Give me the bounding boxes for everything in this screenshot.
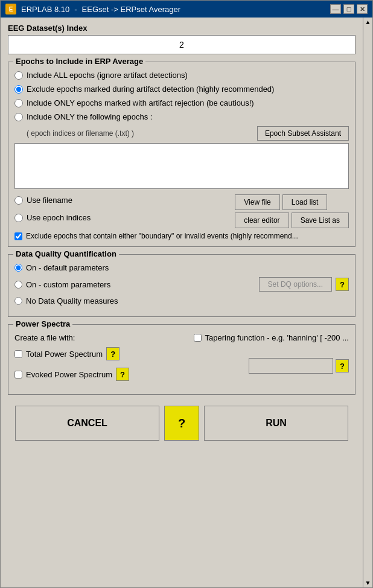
epoch-option-1-radio[interactable] [14,71,23,80]
dq-option-2-row: On - custom parameters Set DQ options...… [14,277,349,292]
dq-option-2-label: On - custom parameters [26,280,110,289]
clear-editor-button[interactable]: clear editor [235,213,289,228]
epoch-option-3-label: Include ONLY epochs marked with artifact… [27,98,254,107]
dq-right-controls: Set DQ options... ? [259,277,349,292]
use-epoch-indices-label: Use epoch indices [27,213,91,222]
epoch-option-2-label: Exclude epochs marked during artifact de… [27,85,274,94]
epochs-section: Epochs to Include in ERP Average Include… [8,62,355,247]
tapering-value-input[interactable] [249,358,333,374]
epoch-option-3-row: Include ONLY epochs marked with artifact… [14,98,349,107]
use-filename-row: Use filename [14,196,91,205]
dq-option-1-radio[interactable] [14,264,22,272]
total-power-row: Total Power Spectrum ? [14,347,129,360]
tapering-help-button[interactable]: ? [336,359,349,372]
title-bar-left: E ERPLAB 8.10 - EEGset -> ERPset Average… [5,4,180,14]
save-list-as-button[interactable]: Save List as [292,213,349,228]
help-big-button[interactable]: ? [164,406,199,441]
view-file-button[interactable]: View file [235,194,279,210]
dataset-label: EEG Dataset(s) Index [8,24,355,33]
close-button[interactable]: ✕ [357,4,368,14]
epoch-option-4-label: Include ONLY the following epochs : [27,112,152,121]
bottom-bar: CANCEL ? RUN [8,400,355,447]
app-name: ERPLAB 8.10 [21,5,69,14]
exclude-boundary-label: Exclude epochs that contain either "boun… [26,232,298,240]
main-content: EEG Dataset(s) Index Epochs to Include i… [1,18,363,587]
tapering-row: Tapering function - e.g. 'hanning' [ -20… [194,333,349,342]
epoch-option-2-radio[interactable] [14,85,23,94]
use-epoch-indices-row: Use epoch indices [14,213,91,222]
file-epoch-right: View file Load list clear editor Save Li… [235,194,349,228]
set-dq-button[interactable]: Set DQ options... [259,277,332,292]
dq-option-3-row: No Data Quality measures [14,296,349,305]
file-epoch-row: Use filename Use epoch indices View file… [14,194,349,228]
dq-option-3-label: No Data Quality measures [26,296,118,305]
main-layout: EEG Dataset(s) Index Epochs to Include i… [1,18,372,587]
run-button[interactable]: RUN [204,406,348,441]
scroll-down-arrow[interactable]: ▼ [364,578,372,587]
epoch-subset-row: ( epoch indices or filename (.txt) ) Epo… [14,126,349,141]
dq-section: Data Quality Quantification On - default… [8,254,355,317]
evoked-power-label: Evoked Power Spectrum [26,370,112,379]
scroll-up-arrow[interactable]: ▲ [364,18,372,27]
epochs-title: Epochs to Include in ERP Average [13,57,145,66]
total-power-help-button[interactable]: ? [106,347,120,360]
total-power-checkbox[interactable] [14,350,22,358]
dq-title: Data Quality Quantification [13,249,119,258]
tapering-checkbox[interactable] [194,334,202,342]
tapering-label: Tapering function - e.g. 'hanning' [ -20… [205,333,349,342]
maximize-button[interactable]: □ [343,4,354,14]
right-scrollbar: ▲ ▼ [363,18,372,587]
power-section: Power Spectra Create a file with: Taperi… [8,324,355,395]
title-bar: E ERPLAB 8.10 - EEGset -> ERPset Average… [1,1,372,18]
cancel-button[interactable]: CANCEL [15,406,159,441]
minimize-button[interactable]: — [330,4,341,14]
title-separator: - [74,5,77,14]
epoch-option-3-radio[interactable] [14,99,23,107]
total-power-label: Total Power Spectrum [26,350,103,359]
main-window: E ERPLAB 8.10 - EEGset -> ERPset Average… [0,0,373,588]
app-logo: E [5,4,16,14]
dq-option-3-radio[interactable] [14,297,22,305]
create-file-label: Create a file with: [14,333,75,342]
epoch-textarea[interactable] [14,143,349,189]
title-controls: — □ ✕ [330,4,368,14]
exclude-boundary-checkbox[interactable] [14,232,22,240]
epoch-subset-button[interactable]: Epoch Subset Assistant [257,126,349,141]
dataset-section: EEG Dataset(s) Index [8,24,355,54]
use-filename-radio[interactable] [14,196,23,205]
epoch-textarea-container [14,143,349,191]
epoch-option-2-row: Exclude epochs marked during artifact de… [14,85,349,94]
epoch-option-4-row: Include ONLY the following epochs : [14,112,349,121]
dq-option-2-radio[interactable] [14,281,22,289]
epoch-option-4-radio[interactable] [14,113,23,121]
use-filename-label: Use filename [27,196,72,205]
epoch-subset-hint: ( epoch indices or filename (.txt) ) [27,129,134,138]
epoch-option-1-row: Include ALL epochs (ignore artifact dete… [14,71,349,80]
exclude-boundary-row: Exclude epochs that contain either "boun… [14,232,349,240]
load-list-button[interactable]: Load list [282,194,328,210]
dq-option-1-row: On - default parameters [14,263,349,272]
use-epoch-indices-radio[interactable] [14,214,23,222]
evoked-power-help-button[interactable]: ? [116,368,129,381]
dataset-input[interactable] [8,35,355,54]
dq-help-button[interactable]: ? [336,278,349,291]
epoch-option-1-label: Include ALL epochs (ignore artifact dete… [27,71,188,80]
evoked-power-checkbox[interactable] [14,371,22,379]
power-title: Power Spectra [13,319,72,328]
window-title: EEGset -> ERPset Averager [82,5,180,14]
evoked-power-row: Evoked Power Spectrum ? [14,368,129,381]
dq-option-1-label: On - default parameters [26,263,109,272]
file-epoch-left: Use filename Use epoch indices [14,196,91,227]
